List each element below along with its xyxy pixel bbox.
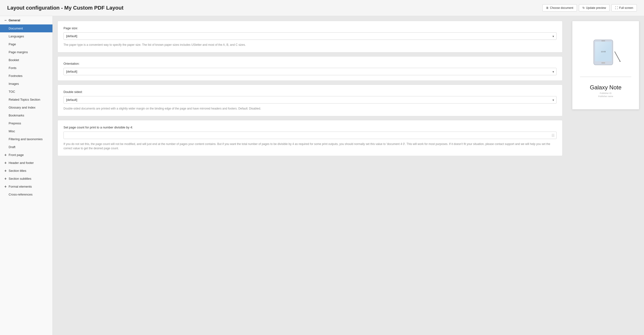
page-size-select[interactable]: [default] A4 A5 Letter Legal — [64, 32, 556, 40]
orientation-select[interactable]: [default] Portrait Landscape — [64, 68, 556, 75]
sidebar-item-bookmarks[interactable]: Bookmarks — [0, 112, 52, 119]
refresh-icon: ↻ — [582, 6, 585, 10]
document-icon: 🗎 — [546, 6, 549, 10]
sidebar-item-glossary-and-index[interactable]: Glossary and Index — [0, 104, 52, 112]
sidebar-item-fonts[interactable]: Fonts — [0, 64, 52, 72]
double-sided-select-wrapper: [default] Enabled Disabled — [64, 96, 556, 104]
choose-document-label: Choose document — [550, 6, 573, 10]
sidebar-item-footnotes[interactable]: Footnotes — [0, 72, 52, 80]
double-sided-description: Double-sided documents are printed with … — [64, 106, 556, 111]
update-preview-label: Update preview — [586, 6, 606, 10]
plus-icon-header-footer: + — [4, 161, 7, 164]
sidebar-group-front-page-label: Front page — [8, 153, 24, 157]
plus-icon-formal-elements: + — [4, 185, 7, 188]
preview-panel: 12:03 Galaxy Note Publisher ID Publisher… — [567, 16, 644, 335]
svg-point-6 — [620, 61, 620, 62]
preview-subtitle: Publisher ID Publisher name — [598, 92, 613, 98]
svg-line-5 — [615, 52, 620, 61]
page-size-description: The paper type is a convenient way to sp… — [64, 43, 556, 47]
page-size-select-wrapper: [default] A4 A5 Letter Legal — [64, 32, 556, 40]
sidebar-item-toc[interactable]: TOC — [0, 88, 52, 96]
sidebar: − General Document Languages Page Page m… — [0, 16, 53, 335]
plus-icon-front-page: + — [4, 153, 7, 157]
sidebar-item-cross-references[interactable]: Cross-references — [0, 190, 52, 198]
page-count-input[interactable] — [64, 132, 556, 139]
page-header: Layout configuration - My Custom PDF Lay… — [0, 0, 644, 16]
sidebar-group-section-subtitles[interactable]: + Section subtitles — [0, 175, 52, 182]
sidebar-item-languages-label: Languages — [8, 34, 24, 38]
page-count-description: If you do not set this, the page count w… — [64, 142, 556, 150]
update-preview-button[interactable]: ↻ Update preview — [579, 4, 610, 12]
sidebar-item-prepress[interactable]: Prepress — [0, 119, 52, 127]
fullscreen-icon: ⛶ — [615, 6, 618, 10]
full-screen-label: Full screen — [619, 6, 633, 10]
sidebar-item-misc-label: Misc — [8, 130, 15, 133]
sidebar-group-section-titles[interactable]: + Section titles — [0, 167, 52, 175]
sidebar-group-section-titles-label: Section titles — [8, 169, 26, 172]
full-screen-button[interactable]: ⛶ Full screen — [612, 4, 637, 12]
sidebar-group-section-subtitles-label: Section subtitles — [8, 177, 32, 180]
preview-subtitle-line1: Publisher ID — [598, 92, 613, 95]
preview-title: Galaxy Note — [590, 84, 622, 91]
sidebar-item-booklet[interactable]: Booklet — [0, 56, 52, 64]
sidebar-item-filtering-and-taxonomies[interactable]: Filtering and taxonomies — [0, 135, 52, 143]
page-count-input-wrapper: ☷ — [64, 132, 556, 139]
svg-text:12:03: 12:03 — [601, 50, 606, 53]
preview-subtitle-line2: Publisher name — [598, 95, 613, 98]
sidebar-item-related-topics-section[interactable]: Related Topics Section — [0, 96, 52, 104]
preview-document: 12:03 Galaxy Note Publisher ID Publisher… — [572, 21, 639, 110]
content-area: Page size: [default] A4 A5 Letter Legal … — [53, 16, 567, 335]
plus-icon-section-subtitles: + — [4, 177, 7, 180]
sidebar-group-formal-elements-label: Formal elements — [8, 185, 32, 188]
double-sided-card: Double sided: [default] Enabled Disabled… — [58, 84, 562, 116]
page-count-label: Set page count for print to a number div… — [64, 126, 556, 129]
header-buttons: 🗎 Choose document ↻ Update preview ⛶ Ful… — [542, 4, 637, 12]
svg-rect-4 — [601, 40, 605, 41]
sidebar-item-page-margins[interactable]: Page margins — [0, 48, 52, 56]
sidebar-item-languages[interactable]: Languages — [0, 32, 52, 40]
preview-device-image: 12:03 — [586, 35, 625, 73]
double-sided-label: Double sided: — [64, 90, 556, 94]
sidebar-item-document-label: Document — [8, 26, 23, 30]
sidebar-item-fonts-label: Fonts — [8, 66, 16, 70]
sidebar-item-cross-references-label: Cross-references — [8, 193, 32, 196]
main-layout: − General Document Languages Page Page m… — [0, 16, 644, 335]
orientation-select-wrapper: [default] Portrait Landscape — [64, 68, 556, 75]
preview-divider — [580, 77, 631, 77]
double-sided-select[interactable]: [default] Enabled Disabled — [64, 96, 556, 104]
sidebar-item-page-margins-label: Page margins — [8, 50, 28, 54]
page-count-card: Set page count for print to a number div… — [58, 120, 562, 156]
sidebar-item-glossary-and-index-label: Glossary and Index — [8, 106, 36, 109]
page-size-label: Page size: — [64, 26, 556, 30]
plus-icon-section-titles: + — [4, 169, 7, 172]
galaxy-note-svg: 12:03 — [589, 38, 622, 71]
sidebar-item-toc-label: TOC — [8, 90, 15, 94]
sidebar-group-formal-elements[interactable]: + Formal elements — [0, 182, 52, 190]
svg-rect-3 — [601, 62, 605, 64]
sidebar-general-label: General — [8, 18, 20, 22]
sidebar-item-document[interactable]: Document — [0, 24, 52, 32]
sidebar-item-filtering-and-taxonomies-label: Filtering and taxonomies — [8, 137, 43, 141]
minus-icon: − — [4, 19, 7, 22]
sidebar-item-draft[interactable]: Draft — [0, 143, 52, 151]
choose-document-button[interactable]: 🗎 Choose document — [542, 4, 577, 12]
sidebar-item-draft-label: Draft — [8, 145, 15, 149]
page-size-card: Page size: [default] A4 A5 Letter Legal … — [58, 21, 562, 52]
sidebar-item-prepress-label: Prepress — [8, 122, 21, 125]
orientation-label: Orientation: — [64, 62, 556, 66]
sidebar-item-images-label: Images — [8, 82, 19, 86]
sidebar-item-images[interactable]: Images — [0, 80, 52, 88]
sidebar-group-header-and-footer[interactable]: + Header and footer — [0, 159, 52, 167]
sidebar-item-booklet-label: Booklet — [8, 58, 19, 62]
sidebar-general-header[interactable]: − General — [0, 16, 52, 24]
orientation-card: Orientation: [default] Portrait Landscap… — [58, 56, 562, 81]
sidebar-item-bookmarks-label: Bookmarks — [8, 114, 24, 117]
sidebar-group-front-page[interactable]: + Front page — [0, 151, 52, 159]
sidebar-group-header-and-footer-label: Header and footer — [8, 161, 34, 164]
input-icon: ☷ — [552, 134, 555, 137]
sidebar-item-related-topics-section-label: Related Topics Section — [8, 98, 40, 101]
page-title: Layout configuration - My Custom PDF Lay… — [7, 5, 124, 11]
sidebar-item-page[interactable]: Page — [0, 40, 52, 48]
sidebar-item-misc[interactable]: Misc — [0, 127, 52, 135]
sidebar-item-page-label: Page — [8, 42, 16, 46]
